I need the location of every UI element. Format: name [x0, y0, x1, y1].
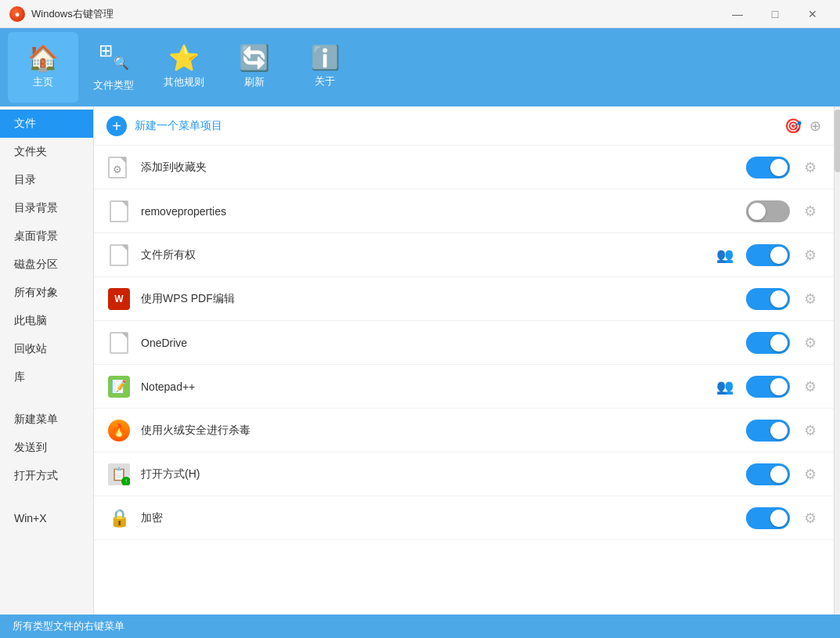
info-icon: ℹ️	[311, 46, 340, 70]
titlebar-title: Windows右键管理	[31, 7, 719, 21]
sidebar-item-openwith[interactable]: 打开方式	[0, 462, 93, 490]
home-icon: 🏠	[27, 45, 59, 70]
sidebar-item-sendto[interactable]: 发送到	[0, 434, 93, 462]
item-name: 使用WPS PDF编辑	[141, 292, 737, 306]
toolbar-about-label: 关于	[315, 74, 335, 88]
toggle-switch[interactable]	[746, 332, 790, 354]
statusbar-text: 所有类型文件的右键菜单	[13, 619, 124, 633]
sidebar-item-allobjects[interactable]: 所有对象	[0, 279, 93, 307]
scrollbar-thumb[interactable]	[835, 110, 840, 172]
table-row: ⚙ 添加到收藏夹 ⚙	[94, 146, 834, 189]
toggle-switch[interactable]	[746, 420, 790, 442]
gear-button[interactable]: ⚙	[799, 463, 821, 485]
toolbar-filetype-label: 文件类型	[93, 78, 134, 92]
toolbar: 🏠 主页 ⊞ 🔍 文件类型 ⭐ 其他规则 🔄 刷新 ℹ️ 关于	[0, 28, 840, 106]
sidebar-divider-1	[0, 391, 93, 406]
toggle-switch[interactable]	[746, 244, 790, 266]
add-item-label[interactable]: 新建一个菜单项目	[135, 119, 777, 133]
toolbar-item-refresh[interactable]: 🔄 刷新	[219, 32, 290, 103]
notepad-icon: 📝	[108, 376, 130, 398]
titlebar-controls: — □ ✕	[719, 0, 831, 28]
item-icon: 🔥	[106, 418, 132, 443]
sidebar-divider-2	[0, 490, 93, 504]
toolbar-item-otherrules[interactable]: ⭐ 其他规则	[149, 32, 219, 103]
item-icon: 🔒	[106, 506, 132, 531]
table-row: OneDrive ⚙	[94, 321, 834, 365]
gear-button[interactable]: ⚙	[799, 288, 821, 310]
gear-button[interactable]: ⚙	[799, 420, 821, 442]
sidebar: 文件 文件夹 目录 目录背景 桌面背景 磁盘分区 所有对象 此电脑	[0, 106, 94, 615]
content-area: + 新建一个菜单项目 🎯 ⊕ ⚙	[94, 106, 834, 615]
filetype-icon: ⊞ 🔍	[99, 42, 128, 74]
toggle-switch[interactable]	[746, 507, 790, 529]
toolbar-otherrules-label: 其他规则	[164, 75, 204, 89]
add-item-row: + 新建一个菜单项目 🎯 ⊕	[94, 106, 834, 146]
sidebar-item-library[interactable]: 库	[0, 363, 93, 391]
item-name: OneDrive	[141, 337, 737, 349]
toggle-switch[interactable]	[746, 200, 790, 222]
target-icon[interactable]: 🎯	[784, 117, 802, 135]
item-icon: W	[106, 287, 132, 312]
toggle-switch[interactable]	[746, 157, 790, 178]
sidebar-item-diskpart[interactable]: 磁盘分区	[0, 251, 93, 279]
toggle-switch[interactable]	[746, 463, 790, 485]
app-container: 🏠 主页 ⊞ 🔍 文件类型 ⭐ 其他规则 🔄 刷新 ℹ️ 关于	[0, 28, 840, 638]
table-row: 文件所有权 👥 ⚙	[94, 233, 834, 277]
toolbar-item-about[interactable]: ℹ️ 关于	[290, 32, 360, 103]
sidebar-item-newmenu[interactable]: 新建菜单	[0, 406, 93, 434]
minimize-button[interactable]: —	[719, 0, 755, 28]
scrollbar-track[interactable]	[834, 106, 840, 615]
gear-button[interactable]: ⚙	[799, 332, 821, 354]
toolbar-item-filetype[interactable]: ⊞ 🔍 文件类型	[78, 32, 149, 103]
item-name: 添加到收藏夹	[141, 160, 737, 175]
sidebar-item-file[interactable]: 文件	[0, 110, 93, 138]
sidebar-item-recycle[interactable]: 回收站	[0, 335, 93, 363]
item-icon: 📋 ↑	[106, 462, 132, 487]
item-icon	[106, 243, 132, 268]
gear-button[interactable]: ⚙	[799, 507, 821, 529]
sidebar-item-dirbg[interactable]: 目录背景	[0, 194, 93, 222]
gear-button[interactable]: ⚙	[799, 157, 821, 178]
lock-icon: 🔒	[109, 508, 130, 528]
table-row: removeproperties ⚙	[94, 189, 834, 233]
sidebar-item-folder[interactable]: 文件夹	[0, 138, 93, 166]
item-name: 加密	[141, 511, 737, 525]
table-row: 📋 ↑ 打开方式(H) ⚙	[94, 452, 834, 496]
toggle-switch[interactable]	[746, 376, 790, 398]
item-name: 文件所有权	[141, 248, 707, 262]
table-row: 🔥 使用火绒安全进行杀毒 ⚙	[94, 409, 834, 452]
table-row: 📝 Notepad++ 👥 ⚙	[94, 365, 834, 409]
refresh-icon: 🔄	[239, 45, 270, 70]
gear-button[interactable]: ⚙	[799, 376, 821, 398]
item-icon	[106, 199, 132, 224]
table-row: 🔒 加密 ⚙	[94, 496, 834, 540]
item-icon: ⚙	[106, 155, 132, 180]
toggle-switch[interactable]	[746, 288, 790, 310]
toolbar-home-label: 主页	[33, 75, 53, 89]
item-icon: 📝	[106, 374, 132, 399]
titlebar: ● Windows右键管理 — □ ✕	[0, 0, 840, 28]
user-icon: 👥	[716, 247, 734, 264]
maximize-button[interactable]: □	[757, 0, 793, 28]
item-name: removeproperties	[141, 205, 737, 218]
item-name: Notepad++	[141, 380, 707, 393]
statusbar: 所有类型文件的右键菜单	[0, 615, 840, 638]
body-area: 文件 文件夹 目录 目录背景 桌面背景 磁盘分区 所有对象 此电脑	[0, 106, 840, 615]
close-button[interactable]: ✕	[795, 0, 831, 28]
user-icon: 👥	[716, 378, 734, 395]
gear-button[interactable]: ⚙	[799, 200, 821, 222]
fire-icon: 🔥	[108, 420, 130, 442]
toolbar-item-home[interactable]: 🏠 主页	[8, 32, 78, 103]
gear-button[interactable]: ⚙	[799, 244, 821, 266]
sidebar-item-thispc[interactable]: 此电脑	[0, 307, 93, 335]
toolbar-refresh-label: 刷新	[244, 75, 265, 89]
sidebar-item-deskbg[interactable]: 桌面背景	[0, 222, 93, 251]
sidebar-item-directory[interactable]: 目录	[0, 166, 93, 194]
item-name: 打开方式(H)	[141, 467, 737, 481]
sidebar-item-winx[interactable]: Win+X	[0, 504, 93, 532]
header-icons: 🎯 ⊕	[784, 117, 821, 135]
wps-icon: W	[108, 288, 130, 310]
crosshair-icon[interactable]: ⊕	[809, 117, 821, 135]
item-name: 使用火绒安全进行杀毒	[141, 424, 737, 438]
add-icon[interactable]: +	[106, 116, 127, 136]
